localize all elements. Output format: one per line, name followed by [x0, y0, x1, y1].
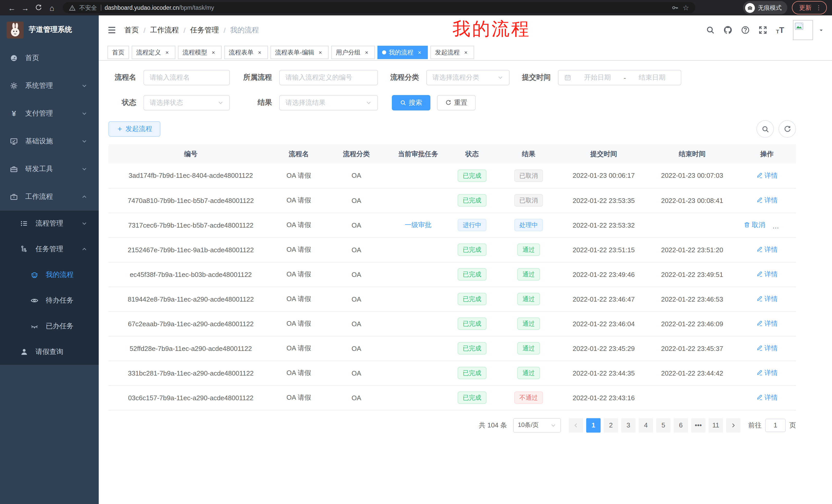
submit-time-range-picker[interactable]: 开始日期 - 结束日期 — [558, 70, 681, 85]
github-icon[interactable] — [724, 26, 732, 34]
process-definition-input[interactable]: 请输入流程定义的编号 — [279, 70, 378, 85]
cancel-action-link[interactable]: 取消 — [744, 220, 765, 230]
page-button[interactable]: 11 — [709, 418, 723, 432]
sidebar-item[interactable]: 任务管理 — [0, 236, 99, 262]
tab-close-icon[interactable]: × — [210, 49, 217, 55]
tab-close-icon[interactable]: × — [256, 49, 263, 55]
action-label: 详情 — [781, 220, 794, 230]
page-button[interactable]: 3 — [621, 418, 635, 432]
sidebar-item[interactable]: 系统管理 — [0, 72, 99, 100]
total-count: 共 104 条 — [479, 421, 507, 430]
detail-action-link[interactable]: 详情 — [756, 344, 778, 353]
browser-menu-icon[interactable]: ⋮ — [815, 4, 822, 11]
task-link[interactable]: 一级审批 — [405, 221, 432, 229]
sidebar-item[interactable]: 首页 — [0, 44, 99, 72]
navbar: 首页/工作流程/任务管理/我的流程 TT 我的流程 — [99, 16, 832, 45]
table-row: 03c6c157-7b9a-11ec-a290-acde48001122OA 请… — [108, 385, 796, 410]
prev-page-button[interactable] — [569, 418, 583, 432]
detail-action-link[interactable]: 详情 — [756, 245, 778, 254]
toggle-search-button[interactable] — [756, 120, 774, 138]
tab-close-icon[interactable]: × — [317, 49, 324, 55]
sidebar-item-label: 研发工具 — [25, 164, 81, 174]
font-size-icon[interactable]: TT — [776, 26, 784, 34]
detail-action-link[interactable]: 详情 — [756, 171, 778, 180]
breadcrumb-item[interactable]: 任务管理 — [190, 25, 219, 35]
browser-reload-button[interactable] — [32, 1, 45, 15]
breadcrumb-item[interactable]: 工作流程 — [150, 25, 179, 35]
tab[interactable]: 流程定义× — [132, 46, 175, 59]
sidebar-item[interactable]: 我的流程 — [0, 262, 99, 288]
cell-actions: 详情 — [738, 287, 796, 311]
detail-action-link[interactable]: 详情 — [756, 393, 778, 402]
page-button[interactable]: 1 — [586, 418, 601, 432]
sidebar-item[interactable]: 研发工具 — [0, 155, 99, 183]
search-button[interactable]: 搜索 — [392, 95, 431, 110]
tab-close-icon[interactable]: × — [363, 49, 370, 55]
detail-action-link[interactable]: 详情 — [756, 295, 778, 304]
goto-page-input[interactable] — [765, 418, 786, 432]
help-icon[interactable] — [741, 26, 750, 34]
cell-status: 已完成 — [448, 262, 496, 287]
cell-process-name: OA 请假 — [273, 188, 324, 213]
reset-button[interactable]: 重置 — [437, 95, 476, 110]
page-button[interactable]: 4 — [639, 418, 653, 432]
column-header: 当前审批任务 — [388, 144, 448, 163]
page-button[interactable]: 5 — [656, 418, 671, 432]
logo[interactable]: 芋道管理系统 — [0, 16, 99, 44]
page-button[interactable]: 6 — [674, 418, 688, 432]
sidebar-item[interactable]: 已办任务 — [0, 313, 99, 339]
security-label[interactable]: 不安全 — [79, 4, 97, 11]
status-select[interactable]: 请选择状态 — [144, 95, 230, 110]
sidebar-item[interactable]: 请假查询 — [0, 339, 99, 365]
edit-icon — [756, 271, 763, 278]
update-button[interactable]: 更新 ⋮ — [792, 1, 827, 15]
browser-back-button[interactable]: ← — [5, 1, 19, 15]
sidebar-item[interactable]: 工作流程 — [0, 183, 99, 211]
avatar-caret-down-icon[interactable] — [818, 27, 824, 33]
tab-close-icon[interactable]: × — [416, 49, 423, 55]
yen-icon: ¥ — [10, 109, 18, 118]
chevron-up-icon — [81, 194, 87, 200]
page-size-select[interactable]: 10条/页 — [513, 418, 561, 432]
pager-ellipsis[interactable]: ••• — [691, 418, 705, 432]
browser-home-button[interactable]: ⌂ — [45, 1, 59, 15]
sidebar-item[interactable]: 待办任务 — [0, 288, 99, 313]
tab[interactable]: 用户分组× — [331, 46, 375, 59]
tab[interactable]: 发起流程× — [431, 46, 474, 59]
tab[interactable]: 流程表单× — [224, 46, 268, 59]
hamburger-icon[interactable] — [107, 25, 117, 35]
cell-process-id: 2152467e-7b9b-11ec-9a1b-acde48001122 — [108, 237, 273, 262]
password-key-icon[interactable] — [672, 4, 679, 11]
tab[interactable]: 流程模型× — [178, 46, 222, 59]
detail-action-link[interactable]: 详情 — [756, 196, 778, 205]
tab[interactable]: 首页 — [107, 46, 129, 59]
create-process-button[interactable]: 发起流程 — [108, 121, 160, 137]
page-button[interactable]: 2 — [604, 418, 618, 432]
breadcrumb-item[interactable]: 首页 — [125, 25, 139, 35]
sidebar-item[interactable]: ¥支付管理 — [0, 100, 99, 128]
filter-definition-label: 所属流程 — [242, 73, 272, 82]
result-select[interactable]: 请选择流结果 — [279, 95, 378, 110]
tab[interactable]: 流程表单-编辑× — [270, 46, 329, 59]
refresh-table-button[interactable] — [779, 120, 796, 138]
address-bar[interactable]: 不安全 dashboard.yudao.iocoder.cn/bpm/task/… — [63, 2, 695, 13]
user-avatar[interactable] — [793, 20, 813, 40]
detail-action-link[interactable]: 详情 — [756, 319, 778, 328]
sidebar-item[interactable]: 流程管理 — [0, 211, 99, 236]
tab-close-icon[interactable]: × — [462, 49, 469, 55]
detail-action-link[interactable]: 详情 — [756, 368, 778, 377]
tab-close-icon[interactable]: × — [163, 49, 171, 55]
bookmark-star-icon[interactable]: ☆ — [683, 4, 689, 12]
fullscreen-icon[interactable] — [758, 26, 767, 34]
browser-forward-button[interactable]: → — [19, 1, 32, 15]
table-row: ec45f38f-7b9a-11ec-b03b-acde48001122OA 请… — [108, 262, 796, 287]
sidebar-item[interactable]: 基础设施 — [0, 128, 99, 155]
detail-action-link[interactable]: 详情 — [756, 270, 778, 279]
tab[interactable]: 我的流程× — [378, 46, 428, 59]
gear-icon — [10, 82, 18, 90]
category-select[interactable]: 请选择流程分类 — [426, 70, 510, 85]
process-name-input[interactable]: 请输入流程名 — [144, 70, 230, 85]
search-icon[interactable] — [706, 26, 715, 34]
next-page-button[interactable] — [726, 418, 740, 432]
status-tag: 已完成 — [458, 194, 487, 206]
